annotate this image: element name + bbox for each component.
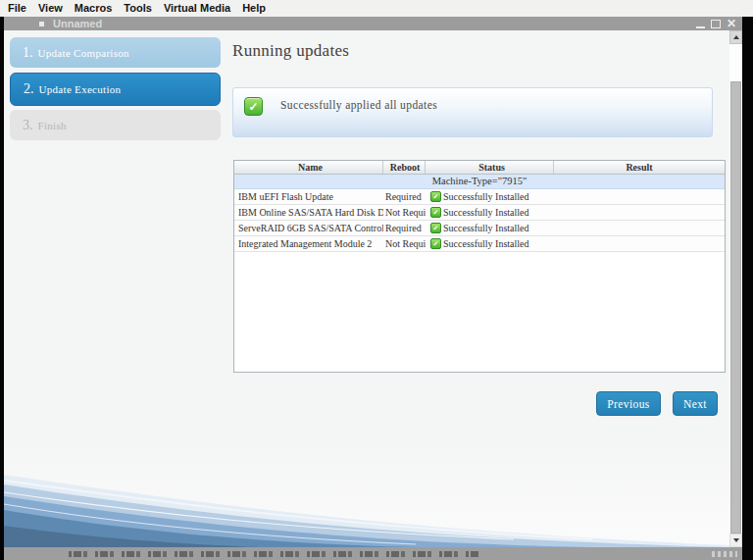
success-check-icon: ✓ <box>430 238 441 249</box>
wizard-step-update-execution[interactable]: 2. Update Execution <box>10 73 221 106</box>
table-row[interactable]: IBM Online SAS/SATA Hard Disk DNot Requi… <box>234 205 725 221</box>
step-number: 2. <box>24 81 34 97</box>
next-button[interactable]: Next <box>673 391 718 416</box>
cell-result <box>554 205 725 220</box>
cell-name: IBM Online SAS/SATA Hard Disk D <box>234 205 383 220</box>
window-title-bar: Unnamed ✕ <box>4 17 742 30</box>
table-row[interactable]: Integrated Management Module 2Not Requir… <box>234 236 725 252</box>
previous-button[interactable]: Previous <box>596 391 661 416</box>
cell-reboot: Not Required <box>383 236 426 251</box>
cell-status: ✓Successfully Installed <box>426 189 554 204</box>
maximize-icon[interactable] <box>711 20 721 28</box>
cell-reboot: Required <box>383 221 426 235</box>
updates-table: Name Reboot Status Result Machine-Type="… <box>233 160 726 373</box>
update-table-body: IBM uEFI Flash UpdateRequired✓Successful… <box>234 189 725 252</box>
cell-status: ✓Successfully Installed <box>426 236 554 251</box>
cell-status: ✓Successfully Installed <box>426 205 554 220</box>
step-number: 3. <box>23 118 33 133</box>
step-number: 1. <box>23 45 33 61</box>
window-title: Unnamed <box>53 17 102 30</box>
vertical-scrollbar[interactable] <box>729 30 742 547</box>
cell-name: Integrated Management Module 2 <box>234 236 383 251</box>
success-banner: ✓ Successfully applied all updates <box>232 87 713 137</box>
menu-view[interactable]: View <box>32 0 69 17</box>
arrow-down-icon <box>733 538 739 542</box>
table-row[interactable]: ServeRAID 6GB SAS/SATA ControllRequired✓… <box>234 221 725 236</box>
step-label: Finish <box>38 120 67 131</box>
scroll-up-button[interactable] <box>729 30 742 44</box>
cell-result <box>554 236 725 251</box>
status-bar <box>4 547 742 560</box>
table-row[interactable]: IBM uEFI Flash UpdateRequired✓Successful… <box>234 189 725 205</box>
cell-reboot: Not Required <box>383 205 426 220</box>
app-main-area: 1. Update Comparison 2. Update Execution… <box>4 30 742 547</box>
menu-virtual-media[interactable]: Virtual Media <box>158 0 236 17</box>
scrollbar-thumb[interactable] <box>730 81 741 534</box>
statusbar-clipped-time <box>712 551 737 557</box>
success-banner-message: Successfully applied all updates <box>280 99 437 111</box>
success-check-icon: ✓ <box>430 191 441 202</box>
column-header-reboot: Reboot <box>383 161 426 174</box>
success-check-icon: ✓ <box>244 97 263 116</box>
menu-bar: File View Macros Tools Virtual Media Hel… <box>0 0 753 18</box>
right-frame-strip <box>742 17 753 560</box>
success-check-icon: ✓ <box>430 207 441 218</box>
menu-tools[interactable]: Tools <box>118 0 158 17</box>
cell-reboot: Required <box>383 189 426 204</box>
wizard-step-finish[interactable]: 3. Finish <box>10 110 221 140</box>
cell-name: ServeRAID 6GB SAS/SATA Controll <box>234 221 383 235</box>
cell-result <box>554 189 725 204</box>
machine-type-group-row: Machine-Type="7915" <box>234 175 725 189</box>
menu-macros[interactable]: Macros <box>69 0 119 17</box>
table-header-row: Name Reboot Status Result <box>234 161 725 175</box>
column-header-result: Result <box>554 161 725 174</box>
cell-result <box>554 221 725 235</box>
wave-artwork <box>4 471 729 547</box>
window-controls: ✕ <box>696 17 736 30</box>
cell-status: ✓Successfully Installed <box>426 221 554 235</box>
window-bullet-icon <box>39 22 44 26</box>
minimize-icon[interactable] <box>696 26 705 28</box>
menu-help[interactable]: Help <box>236 0 272 17</box>
step-label: Update Comparison <box>38 47 129 59</box>
wizard-step-update-comparison[interactable]: 1. Update Comparison <box>10 37 221 68</box>
close-icon[interactable]: ✕ <box>727 18 736 29</box>
page-title: Running updates <box>232 41 349 61</box>
statusbar-clipped-text <box>69 551 480 557</box>
remote-console-screen: File View Macros Tools Virtual Media Hel… <box>0 0 753 560</box>
cell-name: IBM uEFI Flash Update <box>234 189 383 204</box>
scroll-down-button[interactable] <box>729 534 742 547</box>
menu-file[interactable]: File <box>0 0 32 17</box>
column-header-status: Status <box>426 161 554 174</box>
arrow-up-icon <box>733 35 739 39</box>
success-check-icon: ✓ <box>430 223 441 233</box>
step-label: Update Execution <box>39 83 122 95</box>
column-header-name: Name <box>234 161 383 174</box>
